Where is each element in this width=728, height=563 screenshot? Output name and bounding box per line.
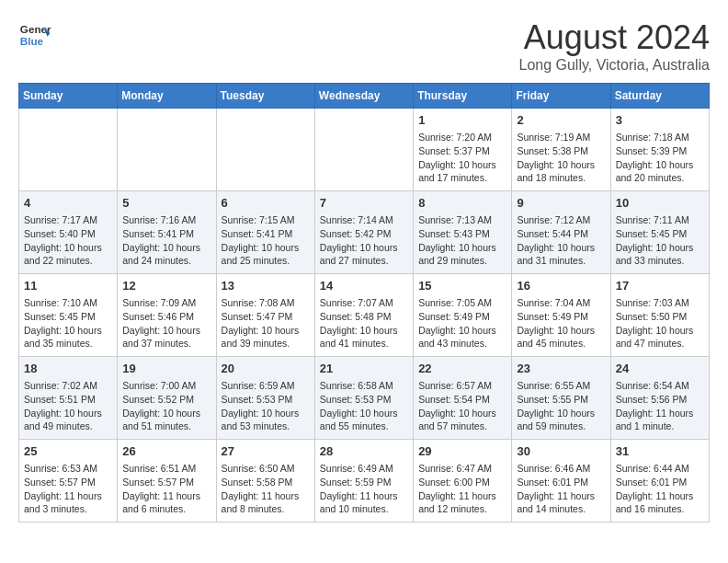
day-number: 12 <box>122 278 210 294</box>
day-info: Sunrise: 6:46 AM Sunset: 6:01 PM Dayligh… <box>517 462 605 516</box>
day-info: Sunrise: 7:07 AM Sunset: 5:48 PM Dayligh… <box>320 296 408 350</box>
calendar-cell <box>19 109 118 191</box>
day-number: 21 <box>320 361 408 377</box>
calendar-cell <box>314 109 413 191</box>
calendar-cell: 12Sunrise: 7:09 AM Sunset: 5:46 PM Dayli… <box>118 274 216 357</box>
calendar-cell: 9Sunrise: 7:12 AM Sunset: 5:44 PM Daylig… <box>512 191 610 274</box>
day-info: Sunrise: 6:51 AM Sunset: 5:57 PM Dayligh… <box>122 462 210 516</box>
calendar-cell <box>118 109 216 191</box>
day-info: Sunrise: 6:59 AM Sunset: 5:53 PM Dayligh… <box>222 379 310 433</box>
day-info: Sunrise: 7:15 AM Sunset: 5:41 PM Dayligh… <box>222 213 310 268</box>
day-number: 9 <box>517 195 605 212</box>
day-number: 16 <box>517 278 605 294</box>
calendar-cell: 8Sunrise: 7:13 AM Sunset: 5:43 PM Daylig… <box>414 191 512 274</box>
day-number: 3 <box>616 112 704 129</box>
calendar-cell: 21Sunrise: 6:58 AM Sunset: 5:53 PM Dayli… <box>314 357 413 440</box>
weekday-header-row: SundayMondayTuesdayWednesdayThursdayFrid… <box>19 84 710 109</box>
calendar-cell: 2Sunrise: 7:19 AM Sunset: 5:38 PM Daylig… <box>512 109 610 191</box>
weekday-header-tuesday: Tuesday <box>216 84 314 109</box>
week-row-3: 11Sunrise: 7:10 AM Sunset: 5:45 PM Dayli… <box>19 274 710 357</box>
day-number: 11 <box>24 278 112 294</box>
day-info: Sunrise: 6:58 AM Sunset: 5:53 PM Dayligh… <box>320 379 408 433</box>
day-number: 10 <box>616 195 704 212</box>
day-info: Sunrise: 6:53 AM Sunset: 5:57 PM Dayligh… <box>24 462 112 516</box>
calendar-cell: 5Sunrise: 7:16 AM Sunset: 5:41 PM Daylig… <box>118 191 216 274</box>
month-title: August 2024 <box>518 18 710 57</box>
day-number: 31 <box>616 443 704 460</box>
day-number: 2 <box>517 112 605 129</box>
day-number: 23 <box>517 361 605 377</box>
day-info: Sunrise: 7:03 AM Sunset: 5:50 PM Dayligh… <box>616 296 704 350</box>
page-header: General Blue August 2024 Long Gully, Vic… <box>18 18 710 74</box>
day-number: 18 <box>24 361 112 377</box>
weekday-header-saturday: Saturday <box>610 84 709 109</box>
day-number: 17 <box>616 278 704 294</box>
calendar-cell: 29Sunrise: 6:47 AM Sunset: 6:00 PM Dayli… <box>414 440 512 523</box>
day-number: 15 <box>418 278 506 294</box>
day-number: 30 <box>517 443 605 460</box>
day-info: Sunrise: 6:50 AM Sunset: 5:58 PM Dayligh… <box>222 462 310 516</box>
day-number: 13 <box>222 278 310 294</box>
calendar-cell: 24Sunrise: 6:54 AM Sunset: 5:56 PM Dayli… <box>610 357 709 440</box>
day-info: Sunrise: 7:20 AM Sunset: 5:37 PM Dayligh… <box>418 131 506 185</box>
day-info: Sunrise: 6:44 AM Sunset: 6:01 PM Dayligh… <box>616 462 704 516</box>
calendar-cell: 26Sunrise: 6:51 AM Sunset: 5:57 PM Dayli… <box>118 440 216 523</box>
calendar-cell: 25Sunrise: 6:53 AM Sunset: 5:57 PM Dayli… <box>19 440 118 523</box>
location-title: Long Gully, Victoria, Australia <box>518 57 710 74</box>
week-row-4: 18Sunrise: 7:02 AM Sunset: 5:51 PM Dayli… <box>19 357 710 440</box>
day-info: Sunrise: 7:11 AM Sunset: 5:45 PM Dayligh… <box>616 213 704 268</box>
calendar-table: SundayMondayTuesdayWednesdayThursdayFrid… <box>18 83 710 523</box>
weekday-header-sunday: Sunday <box>19 84 118 109</box>
day-number: 20 <box>222 361 310 377</box>
calendar-cell: 4Sunrise: 7:17 AM Sunset: 5:40 PM Daylig… <box>19 191 118 274</box>
calendar-cell: 20Sunrise: 6:59 AM Sunset: 5:53 PM Dayli… <box>216 357 314 440</box>
calendar-cell: 1Sunrise: 7:20 AM Sunset: 5:37 PM Daylig… <box>414 109 512 191</box>
day-info: Sunrise: 7:08 AM Sunset: 5:47 PM Dayligh… <box>222 296 310 350</box>
title-block: August 2024 Long Gully, Victoria, Austra… <box>518 18 710 74</box>
day-info: Sunrise: 7:18 AM Sunset: 5:39 PM Dayligh… <box>616 131 704 185</box>
calendar-cell: 13Sunrise: 7:08 AM Sunset: 5:47 PM Dayli… <box>216 274 314 357</box>
day-info: Sunrise: 7:00 AM Sunset: 5:52 PM Dayligh… <box>122 379 210 433</box>
calendar-cell: 23Sunrise: 6:55 AM Sunset: 5:55 PM Dayli… <box>512 357 610 440</box>
weekday-header-thursday: Thursday <box>414 84 512 109</box>
calendar-cell: 16Sunrise: 7:04 AM Sunset: 5:49 PM Dayli… <box>512 274 610 357</box>
day-number: 19 <box>122 361 210 377</box>
day-info: Sunrise: 7:13 AM Sunset: 5:43 PM Dayligh… <box>418 213 506 268</box>
calendar-cell: 15Sunrise: 7:05 AM Sunset: 5:49 PM Dayli… <box>414 274 512 357</box>
day-info: Sunrise: 7:19 AM Sunset: 5:38 PM Dayligh… <box>517 131 605 185</box>
weekday-header-wednesday: Wednesday <box>314 84 413 109</box>
calendar-cell: 14Sunrise: 7:07 AM Sunset: 5:48 PM Dayli… <box>314 274 413 357</box>
day-number: 1 <box>418 112 506 129</box>
day-info: Sunrise: 7:04 AM Sunset: 5:49 PM Dayligh… <box>517 296 605 350</box>
week-row-1: 1Sunrise: 7:20 AM Sunset: 5:37 PM Daylig… <box>19 109 710 191</box>
calendar-cell: 22Sunrise: 6:57 AM Sunset: 5:54 PM Dayli… <box>414 357 512 440</box>
calendar-cell: 30Sunrise: 6:46 AM Sunset: 6:01 PM Dayli… <box>512 440 610 523</box>
calendar-cell: 19Sunrise: 7:00 AM Sunset: 5:52 PM Dayli… <box>118 357 216 440</box>
day-number: 26 <box>122 443 210 460</box>
calendar-cell: 28Sunrise: 6:49 AM Sunset: 5:59 PM Dayli… <box>314 440 413 523</box>
day-number: 7 <box>320 195 408 212</box>
logo: General Blue <box>18 18 51 52</box>
calendar-cell <box>216 109 314 191</box>
calendar-cell: 6Sunrise: 7:15 AM Sunset: 5:41 PM Daylig… <box>216 191 314 274</box>
calendar-cell: 18Sunrise: 7:02 AM Sunset: 5:51 PM Dayli… <box>19 357 118 440</box>
week-row-5: 25Sunrise: 6:53 AM Sunset: 5:57 PM Dayli… <box>19 440 710 523</box>
day-number: 8 <box>418 195 506 212</box>
day-info: Sunrise: 7:12 AM Sunset: 5:44 PM Dayligh… <box>517 213 605 268</box>
day-number: 4 <box>24 195 112 212</box>
calendar-cell: 17Sunrise: 7:03 AM Sunset: 5:50 PM Dayli… <box>610 274 709 357</box>
day-number: 25 <box>24 443 112 460</box>
day-number: 22 <box>418 361 506 377</box>
day-info: Sunrise: 6:47 AM Sunset: 6:00 PM Dayligh… <box>418 462 506 516</box>
day-info: Sunrise: 6:57 AM Sunset: 5:54 PM Dayligh… <box>418 379 506 433</box>
weekday-header-friday: Friday <box>512 84 610 109</box>
day-number: 28 <box>320 443 408 460</box>
calendar-cell: 3Sunrise: 7:18 AM Sunset: 5:39 PM Daylig… <box>610 109 709 191</box>
day-info: Sunrise: 7:10 AM Sunset: 5:45 PM Dayligh… <box>24 296 112 350</box>
day-number: 6 <box>222 195 310 212</box>
day-number: 29 <box>418 443 506 460</box>
day-info: Sunrise: 6:54 AM Sunset: 5:56 PM Dayligh… <box>616 379 704 433</box>
day-info: Sunrise: 7:16 AM Sunset: 5:41 PM Dayligh… <box>122 213 210 268</box>
calendar-cell: 11Sunrise: 7:10 AM Sunset: 5:45 PM Dayli… <box>19 274 118 357</box>
day-info: Sunrise: 7:17 AM Sunset: 5:40 PM Dayligh… <box>24 213 112 268</box>
